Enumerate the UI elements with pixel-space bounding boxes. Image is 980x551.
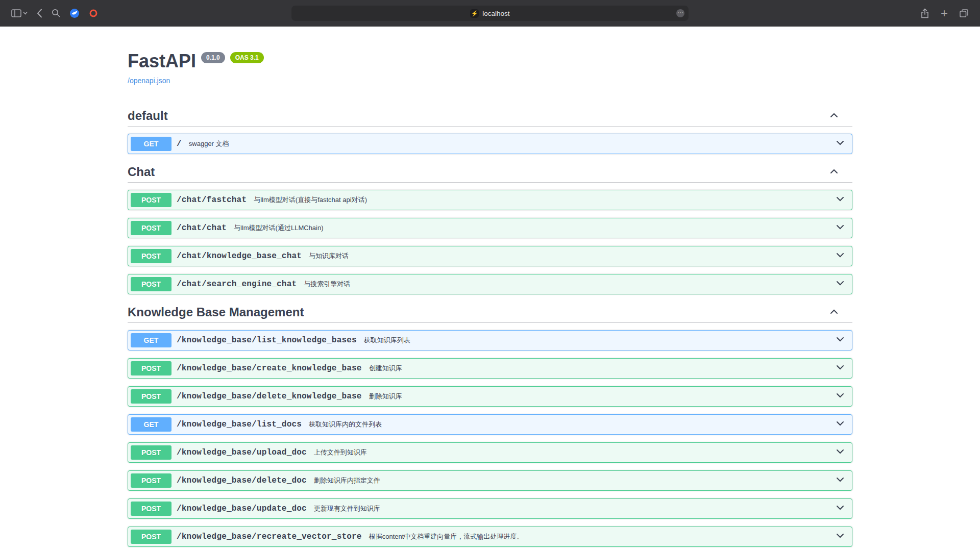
extension-blue-button[interactable]: [66, 5, 83, 21]
operation-description: 获取知识库内的文件列表: [307, 420, 382, 429]
method-badge: POST: [131, 473, 172, 488]
section-title: Chat: [128, 165, 155, 179]
chevron-up-icon: [829, 170, 839, 178]
expand-operation-button[interactable]: [835, 362, 845, 374]
operation-path: /knowledge_base/list_docs: [172, 420, 307, 429]
operation-path: /knowledge_base/delete_knowledge_base: [172, 392, 367, 401]
chevron-down-icon: [835, 278, 845, 290]
operation-row[interactable]: POST /chat/chat 与llm模型对话(通过LLMChain): [128, 218, 852, 238]
openapi-spec-link[interactable]: /openapi.json: [128, 77, 170, 85]
operation-description: 与搜索引擎对话: [302, 280, 350, 289]
operation-row[interactable]: POST /knowledge_base/delete_doc 删除知识库内指定…: [128, 470, 852, 491]
operation-row[interactable]: POST /chat/fastchat 与llm模型对话(直接与fastchat…: [128, 190, 852, 210]
method-badge: GET: [131, 333, 172, 347]
operation-row[interactable]: POST /knowledge_base/create_knowledge_ba…: [128, 358, 852, 379]
operation-row[interactable]: POST /knowledge_base/upload_doc 上传文件到知识库: [128, 442, 852, 463]
chevron-down-icon: [835, 390, 845, 403]
version-badge: 0.1.0: [201, 52, 225, 63]
tabs-icon: [959, 9, 969, 18]
section-header[interactable]: Knowledge Base Management: [128, 302, 852, 323]
back-button[interactable]: [34, 6, 45, 21]
sidebar-toggle-button[interactable]: [8, 6, 31, 20]
api-title-text: FastAPI: [128, 50, 196, 72]
operation-row[interactable]: GET /knowledge_base/list_docs 获取知识库内的文件列…: [128, 414, 852, 435]
operation-path: /knowledge_base/delete_doc: [172, 476, 312, 485]
operation-path: /knowledge_base/list_knowledge_bases: [172, 336, 362, 345]
share-button[interactable]: [917, 5, 933, 21]
method-badge: GET: [131, 417, 172, 432]
method-badge: POST: [131, 221, 172, 235]
operation-row[interactable]: POST /chat/knowledge_base_chat 与知识库对话: [128, 246, 852, 266]
collapse-section-button[interactable]: [829, 166, 839, 178]
new-tab-button[interactable]: +: [938, 5, 951, 21]
operation-description: 删除知识库: [367, 392, 402, 401]
operation-description: 删除知识库内指定文件: [312, 476, 380, 485]
chevron-down-icon: [835, 334, 845, 346]
expand-operation-button[interactable]: [835, 531, 845, 543]
section-header[interactable]: default: [128, 106, 852, 127]
operation-row[interactable]: POST /knowledge_base/recreate_vector_sto…: [128, 527, 852, 547]
sections: default GET / swagger 文档 Chat: [128, 106, 852, 547]
tab-overview-button[interactable]: [956, 6, 972, 21]
operation-path: /chat/knowledge_base_chat: [172, 252, 307, 261]
site-favicon-icon: ⚡: [470, 9, 479, 18]
expand-operation-button[interactable]: [835, 446, 845, 459]
chevron-down-icon: [835, 474, 845, 487]
chevron-up-icon: [829, 311, 839, 318]
operation-description: 创建知识库: [367, 364, 402, 373]
url-text: localhost: [482, 10, 509, 17]
collapse-section-button[interactable]: [829, 307, 839, 318]
operation-row[interactable]: POST /chat/search_engine_chat 与搜索引擎对话: [128, 274, 852, 294]
section-title: default: [128, 109, 168, 123]
expand-operation-button[interactable]: [835, 474, 845, 487]
search-button[interactable]: [48, 6, 63, 20]
chevron-down-icon: [835, 446, 845, 459]
chevron-up-icon: [829, 114, 839, 122]
operation-row[interactable]: POST /knowledge_base/update_doc 更新现有文件到知…: [128, 498, 852, 519]
operation-description: swagger 文档: [187, 139, 229, 148]
section-header[interactable]: Chat: [128, 162, 852, 183]
operation-path: /knowledge_base/update_doc: [172, 504, 312, 513]
operation-path: /knowledge_base/upload_doc: [172, 448, 312, 457]
oas-badge: OAS 3.1: [230, 52, 264, 63]
expand-operation-button[interactable]: [835, 334, 845, 346]
chevron-down-icon: [835, 250, 845, 262]
operation-row[interactable]: GET / swagger 文档: [128, 134, 852, 154]
operation-description: 与知识库对话: [307, 252, 349, 261]
expand-operation-button[interactable]: [835, 503, 845, 515]
operation-path: /chat/search_engine_chat: [172, 280, 302, 289]
share-icon: [920, 8, 929, 18]
api-section: Chat POST /chat/fastchat 与llm模型对话(直接与fas…: [128, 162, 852, 294]
expand-operation-button[interactable]: [835, 194, 845, 206]
expand-operation-button[interactable]: [835, 390, 845, 403]
more-options-icon[interactable]: ⋯: [676, 9, 684, 17]
expand-operation-button[interactable]: [835, 278, 845, 290]
operation-path: /chat/fastchat: [172, 195, 252, 205]
swagger-page: FastAPI 0.1.0 OAS 3.1 /openapi.json defa…: [0, 27, 980, 547]
section-operations: GET / swagger 文档: [128, 127, 852, 154]
collapse-section-button[interactable]: [829, 110, 839, 122]
extension-orange-button[interactable]: [86, 6, 101, 21]
operation-row[interactable]: POST /knowledge_base/delete_knowledge_ba…: [128, 386, 852, 407]
page-title: FastAPI 0.1.0 OAS 3.1: [128, 50, 852, 72]
chevron-down-icon: [835, 418, 845, 431]
address-bar[interactable]: ⚡ localhost ⋯: [291, 6, 689, 21]
browser-toolbar: ⚡ localhost ⋯ +: [0, 0, 980, 27]
expand-operation-button[interactable]: [835, 250, 845, 262]
api-info: FastAPI 0.1.0 OAS 3.1 /openapi.json: [128, 27, 852, 85]
method-badge: POST: [131, 193, 172, 207]
expand-operation-button[interactable]: [835, 418, 845, 431]
method-badge: POST: [131, 361, 172, 375]
chevron-down-icon: [835, 503, 845, 515]
operation-description: 上传文件到知识库: [312, 448, 367, 457]
method-badge: POST: [131, 389, 172, 404]
method-badge: POST: [131, 249, 172, 263]
operation-row[interactable]: GET /knowledge_base/list_knowledge_bases…: [128, 330, 852, 350]
method-badge: POST: [131, 530, 172, 544]
expand-operation-button[interactable]: [835, 222, 845, 234]
chevron-down-icon: [835, 138, 845, 150]
chevron-down-icon: [23, 11, 28, 15]
expand-operation-button[interactable]: [835, 138, 845, 150]
operation-description: 与llm模型对话(通过LLMChain): [232, 223, 324, 233]
chevron-down-icon: [835, 362, 845, 374]
